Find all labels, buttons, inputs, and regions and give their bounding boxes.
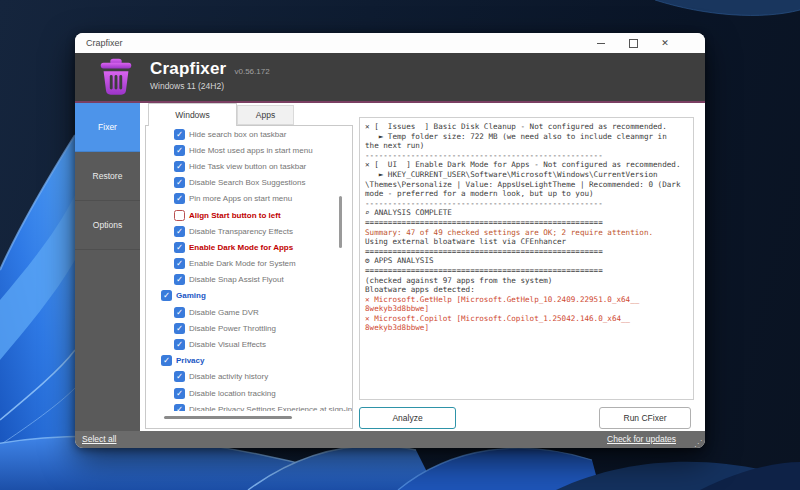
console-line: the next run): [365, 141, 688, 151]
sidebar-item-restore[interactable]: Restore: [75, 152, 140, 201]
app-version: v0.56.172: [234, 67, 269, 76]
checkbox-checked[interactable]: ✓: [174, 242, 185, 253]
checklist-item-label: Pin more Apps on start menu: [189, 194, 292, 203]
minimize-button[interactable]: [585, 33, 617, 53]
checklist-item[interactable]: ✓Disable Transparency Effects: [146, 223, 352, 239]
checklist-item-label: Hide Task view button on taskbar: [189, 162, 306, 171]
checklist-item[interactable]: ✓Gaming: [146, 288, 352, 304]
checklist-item[interactable]: ✓Enable Dark Mode for System: [146, 256, 352, 272]
checklist-item[interactable]: ✓Disable Privacy Settings Experience at …: [146, 401, 352, 411]
sidebar: Fixer Restore Options: [75, 103, 140, 431]
checklist-item-label: Disable Visual Effects: [189, 340, 266, 349]
checkbox-checked[interactable]: ✓: [174, 371, 185, 382]
checkbox-unchecked[interactable]: [174, 210, 185, 221]
checklist-item[interactable]: ✓Disable Search Box Suggestions: [146, 175, 352, 191]
checklist-item[interactable]: ✓Disable activity history: [146, 369, 352, 385]
checkbox-checked[interactable]: ✓: [174, 307, 185, 318]
console-line: \Themes\Personalize | Value: AppsUseLigh…: [365, 180, 688, 190]
checkbox-checked[interactable]: ✓: [174, 226, 185, 237]
window-controls: ✕: [585, 33, 681, 53]
checklist-item[interactable]: ✓Disable Snap Assist Flyout: [146, 272, 352, 288]
console-line: ----------------------------------------…: [365, 151, 688, 161]
checklist-item[interactable]: ✓Enable Dark Mode for Apps: [146, 239, 352, 255]
console-line: mode - preferred for a modern look, but …: [365, 189, 688, 199]
console-line: ✕ [ Issues ] Basic Disk Cleanup - Not co…: [365, 122, 688, 132]
app-window: Crapfixer ✕ Crapfixerv0.56: [75, 33, 705, 448]
checklist-item[interactable]: ✓Hide Task view button on taskbar: [146, 158, 352, 174]
sidebar-item-options[interactable]: Options: [75, 201, 140, 250]
checklist-item-label: Disable Privacy Settings Experience at s…: [189, 405, 352, 411]
app-header: Crapfixerv0.56.172 Windows 11 (24H2): [75, 53, 705, 101]
console-line: Using external bloatware list via CFEnha…: [365, 237, 688, 247]
minimize-icon: [597, 43, 605, 44]
checkbox-checked[interactable]: ✓: [174, 161, 185, 172]
run-cfixer-button[interactable]: Run CFixer: [599, 407, 691, 429]
console-line: 8wekyb3d8bbwe]: [365, 323, 688, 333]
console-line: ✕ [ UI ] Enable Dark Mode for Apps - Not…: [365, 160, 688, 170]
checklist-item[interactable]: ✓Privacy: [146, 353, 352, 369]
console-output[interactable]: ✕ [ Issues ] Basic Disk Cleanup - Not co…: [359, 117, 694, 400]
checklist-item-label: Align Start button to left: [189, 211, 281, 220]
checklist: ✓Hide search box on taskbar✓Hide Most us…: [146, 126, 352, 411]
analyze-button[interactable]: Analyze: [359, 407, 456, 429]
checkbox-checked[interactable]: ✓: [174, 404, 185, 411]
select-all-link[interactable]: Select all: [82, 434, 117, 444]
maximize-icon: [629, 39, 638, 48]
console-line: 8wekyb3d8bbwe]: [365, 304, 688, 314]
checklist-item[interactable]: ✓Hide search box on taskbar: [146, 126, 352, 142]
checkbox-checked[interactable]: ✓: [174, 145, 185, 156]
trash-icon: [95, 56, 137, 98]
checkbox-checked[interactable]: ✓: [174, 339, 185, 350]
main-area: Fixer Restore Options Windows Apps ✓Hide…: [75, 103, 705, 431]
checklist-item-label: Disable location tracking: [189, 389, 276, 398]
checkbox-checked[interactable]: ✓: [174, 129, 185, 140]
checklist-item-label: Disable activity history: [189, 372, 268, 381]
checklist-item[interactable]: ✓Hide Most used apps in start menu: [146, 142, 352, 158]
checkbox-checked[interactable]: ✓: [174, 323, 185, 334]
close-button[interactable]: ✕: [649, 33, 681, 53]
checkbox-checked[interactable]: ✓: [174, 388, 185, 399]
checklist-item[interactable]: ✓Pin more Apps on start menu: [146, 191, 352, 207]
checkbox-checked[interactable]: ✓: [174, 274, 185, 285]
checkbox-checked[interactable]: ✓: [161, 355, 172, 366]
checkbox-checked[interactable]: ✓: [161, 290, 172, 301]
console-line: ========================================…: [365, 247, 688, 257]
checkbox-checked[interactable]: ✓: [174, 258, 185, 269]
window-title: Crapfixer: [86, 38, 123, 48]
checklist-item-label: Disable Search Box Suggestions: [189, 178, 306, 187]
checklist-item-label: Privacy: [176, 356, 204, 365]
checklist-item-label: Hide Most used apps in start menu: [189, 146, 313, 155]
checklist-item[interactable]: ✓Disable location tracking: [146, 385, 352, 401]
os-label: Windows 11 (24H2): [150, 81, 270, 91]
console-line: ✕ Microsoft.GetHelp [Microsoft.GetHelp_1…: [365, 295, 688, 305]
status-bar: Select all Check for updates ⋰: [75, 431, 705, 448]
checklist-item-label: Disable Transparency Effects: [189, 227, 293, 236]
checklist-item-label: Disable Power Throttling: [189, 324, 276, 333]
console-line: (checked against 97 apps from the system…: [365, 276, 688, 286]
checklist-item[interactable]: ✓Disable Game DVR: [146, 304, 352, 320]
window-titlebar[interactable]: Crapfixer ✕: [75, 33, 705, 53]
checklist-item[interactable]: ✓Disable Power Throttling: [146, 320, 352, 336]
console-line: ========================================…: [365, 218, 688, 228]
checkbox-checked[interactable]: ✓: [174, 193, 185, 204]
checklist-item[interactable]: ✓Disable Visual Effects: [146, 336, 352, 352]
console-line: ----------------------------------------…: [365, 199, 688, 209]
checklist-item[interactable]: Align Start button to left: [146, 207, 352, 223]
checklist-item-label: Disable Game DVR: [189, 308, 259, 317]
console-line: ========================================…: [365, 266, 688, 276]
vertical-scrollbar[interactable]: [339, 196, 342, 248]
sidebar-item-fixer[interactable]: Fixer: [75, 103, 140, 152]
console-line: ⌕ ANALYSIS COMPLETE: [365, 208, 688, 218]
checkbox-checked[interactable]: ✓: [174, 177, 185, 188]
content-area: Windows Apps ✓Hide search box on taskbar…: [140, 103, 705, 431]
tab-apps[interactable]: Apps: [237, 105, 294, 125]
console-line: ► Temp folder size: 722 MB (we need also…: [365, 132, 688, 142]
console-line: Bloatware apps detected:: [365, 285, 688, 295]
checklist-item-label: Gaming: [176, 291, 206, 300]
tab-windows[interactable]: Windows: [148, 103, 237, 126]
maximize-button[interactable]: [617, 33, 649, 53]
checklist-item-label: Disable Snap Assist Flyout: [189, 275, 284, 284]
resize-grip[interactable]: ⋰: [694, 440, 702, 448]
check-updates-link[interactable]: Check for updates: [607, 434, 676, 444]
horizontal-scrollbar[interactable]: [164, 416, 292, 419]
